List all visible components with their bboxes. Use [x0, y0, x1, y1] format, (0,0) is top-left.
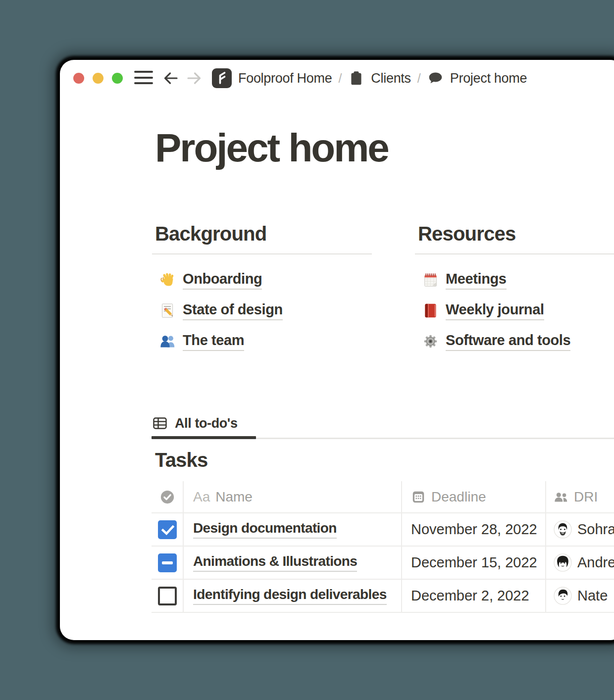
task-checkbox[interactable] [158, 553, 177, 572]
page-link-label: Software and tools [446, 331, 570, 351]
avatar-man-beard [554, 520, 572, 539]
tasks-table: Aa Name Deadline [152, 481, 614, 613]
page-link-the-team[interactable]: The team [159, 331, 244, 351]
task-deadline[interactable]: November 28, 2022 [402, 513, 546, 546]
avatar-woman [554, 553, 572, 572]
tab-label: All to-do's [175, 416, 238, 431]
page-link-software-and-tools[interactable]: Software and tools [422, 331, 570, 351]
task-name-link[interactable]: Identifying design deliverables [193, 587, 387, 605]
table-row: Animations & Illustrations December 15, … [152, 547, 614, 580]
spiral-calendar-icon [422, 272, 439, 288]
column-label: DRI [574, 489, 598, 505]
task-checkbox[interactable] [158, 520, 177, 539]
close-window-button[interactable] [73, 73, 84, 84]
task-dri[interactable]: Andre [546, 547, 614, 579]
page-link-label: Weekly journal [446, 300, 544, 320]
busts-icon [159, 333, 176, 350]
foolproof-logo-icon[interactable] [212, 68, 232, 88]
task-dri[interactable]: Sohra [546, 513, 614, 546]
forward-arrow-icon[interactable] [185, 69, 203, 87]
page-title: Project home [155, 126, 388, 170]
waving-hand-icon [159, 272, 176, 288]
page-link-label: The team [183, 331, 244, 351]
column-header-select[interactable] [152, 481, 184, 512]
column-header-dri[interactable]: DRI [546, 481, 614, 512]
column-label: Name [215, 489, 253, 505]
tab-all-todos[interactable]: All to-do's [152, 415, 238, 431]
section-title-background: Background [155, 222, 372, 246]
column-header-deadline[interactable]: Deadline [402, 481, 546, 512]
breadcrumb-item-foolproof-home[interactable]: Foolproof Home [238, 71, 332, 86]
dri-name: Andre [577, 554, 614, 571]
table-icon [152, 415, 168, 431]
app-window: Foolproof Home / Clients / Project home … [60, 60, 614, 640]
page-link-label: Onboarding [183, 270, 262, 290]
page-link-label: State of design [183, 300, 283, 320]
task-name-link[interactable]: Animations & Illustrations [193, 553, 357, 572]
dri-name: Sohra [577, 521, 614, 538]
table-header: Aa Name Deadline [152, 481, 614, 513]
column-label: Deadline [431, 489, 486, 505]
table-row: Identifying design deliverables December… [152, 580, 614, 613]
minimize-window-button[interactable] [93, 73, 103, 84]
task-checkbox[interactable] [158, 587, 177, 605]
breadcrumb-item-project-home[interactable]: Project home [450, 71, 527, 86]
clipboard-icon [348, 70, 364, 87]
page-link-state-of-design[interactable]: State of design [159, 300, 283, 321]
avatar-man [554, 587, 572, 605]
dri-name: Nate [577, 588, 608, 604]
page-link-weekly-journal[interactable]: Weekly journal [422, 300, 544, 321]
column-header-name[interactable]: Aa Name [184, 481, 402, 512]
breadcrumb: Foolproof Home / Clients / Project home [212, 60, 527, 97]
section-divider [415, 253, 614, 254]
window-controls [73, 73, 123, 84]
calendar-icon [411, 490, 426, 504]
check-circle-icon [160, 490, 175, 504]
section-divider [152, 253, 372, 254]
page-link-label: Meetings [446, 270, 507, 290]
breadcrumb-item-clients[interactable]: Clients [371, 71, 410, 86]
task-name-link[interactable]: Design documentation [193, 520, 337, 539]
table-row: Design documentation November 28, 2022 S… [152, 513, 614, 547]
section-background: Background [152, 222, 372, 361]
red-book-icon [422, 302, 439, 319]
text-style-icon: Aa [193, 489, 210, 505]
section-title-resources: Resources [418, 222, 614, 246]
back-arrow-icon[interactable] [162, 69, 180, 87]
desktop: { "colors": { "desktop_background": "#4C… [0, 0, 614, 700]
sidebar-menu-icon[interactable] [134, 71, 153, 84]
page-link-meetings[interactable]: Meetings [422, 269, 507, 290]
speech-bubble-icon [427, 70, 444, 87]
active-tab-indicator [152, 436, 256, 439]
breadcrumb-separator: / [338, 71, 342, 86]
task-deadline[interactable]: December 15, 2022 [402, 547, 546, 579]
breadcrumb-separator: / [417, 71, 421, 86]
people-icon [554, 490, 568, 504]
task-deadline[interactable]: December 2, 2022 [402, 580, 546, 612]
memo-icon [159, 302, 176, 319]
gear-icon [422, 333, 439, 350]
page-link-onboarding[interactable]: Onboarding [159, 269, 262, 290]
section-resources: Resources [415, 222, 614, 361]
tasks-title: Tasks [155, 449, 207, 471]
zoom-window-button[interactable] [112, 73, 123, 84]
task-dri[interactable]: Nate [546, 580, 614, 612]
